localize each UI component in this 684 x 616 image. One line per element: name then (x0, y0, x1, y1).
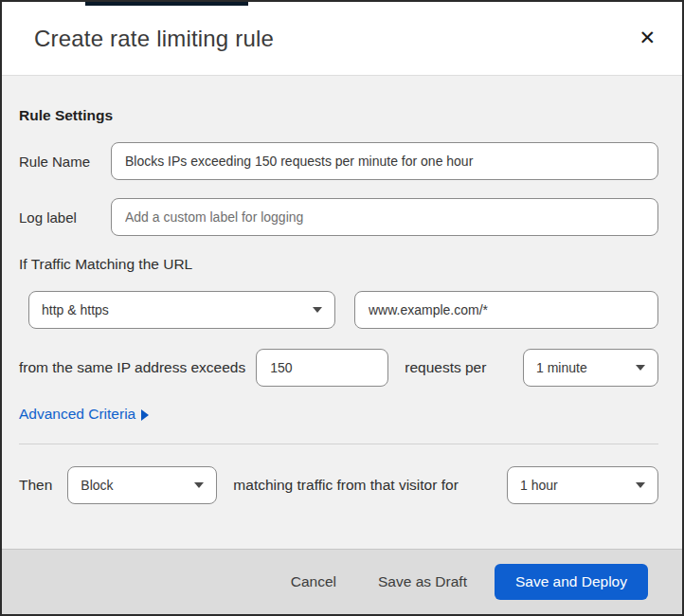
threshold-row: from the same IP address exceeds request… (19, 349, 658, 387)
log-label-row: Log label (19, 198, 658, 236)
period-select[interactable]: 1 minute (523, 349, 658, 387)
then-label: Then (19, 477, 52, 494)
dialog-header: Create rate limiting rule ✕ (2, 2, 682, 76)
chevron-down-icon (194, 482, 204, 488)
advanced-criteria-link[interactable]: Advanced Criteria (19, 406, 149, 423)
action-select-value: Block (81, 478, 113, 493)
duration-select-value: 1 hour (520, 478, 558, 493)
url-match-row: http & https (19, 291, 658, 329)
save-as-draft-button[interactable]: Save as Draft (378, 566, 467, 598)
scheme-select[interactable]: http & https (28, 291, 335, 329)
url-input-wrap (354, 291, 658, 329)
dialog-footer: Cancel Save as Draft Save and Deploy (2, 549, 682, 614)
threshold-text-after: requests per (405, 359, 486, 376)
then-middle-text: matching traffic from that visitor for (233, 477, 458, 494)
rule-name-label: Rule Name (19, 154, 111, 170)
then-row: Then Block matching traffic from that vi… (19, 466, 658, 504)
chevron-down-icon (636, 365, 645, 371)
close-icon[interactable]: ✕ (635, 25, 659, 52)
scheme-select-value: http & https (42, 302, 109, 317)
chevron-down-icon (636, 482, 645, 488)
chevron-down-icon (313, 307, 322, 313)
dialog-body: Rule Settings Rule Name Log label If Tra… (2, 76, 682, 549)
request-count-input[interactable] (256, 349, 388, 387)
duration-select[interactable]: 1 hour (507, 466, 658, 504)
log-label-input[interactable] (111, 198, 658, 236)
url-pattern-input[interactable] (354, 291, 658, 329)
create-rate-limiting-rule-dialog: Create rate limiting rule ✕ Rule Setting… (0, 0, 684, 616)
action-select[interactable]: Block (67, 466, 217, 504)
expand-right-icon (141, 409, 149, 421)
save-and-deploy-button[interactable]: Save and Deploy (495, 564, 648, 600)
background-page-accent-strip (85, 2, 248, 6)
log-label-label: Log label (19, 209, 111, 226)
rule-settings-heading: Rule Settings (19, 107, 658, 124)
cancel-button[interactable]: Cancel (291, 566, 336, 598)
advanced-criteria-label: Advanced Criteria (19, 406, 135, 423)
threshold-text-before: from the same IP address exceeds (19, 359, 245, 376)
rule-name-input[interactable] (111, 142, 658, 180)
section-divider (19, 444, 658, 444)
rule-name-row: Rule Name (19, 142, 658, 180)
dialog-title: Create rate limiting rule (34, 26, 274, 52)
traffic-match-intro: If Traffic Matching the URL (19, 256, 658, 273)
period-select-value: 1 minute (536, 360, 587, 375)
advanced-criteria-row: Advanced Criteria (19, 406, 658, 423)
